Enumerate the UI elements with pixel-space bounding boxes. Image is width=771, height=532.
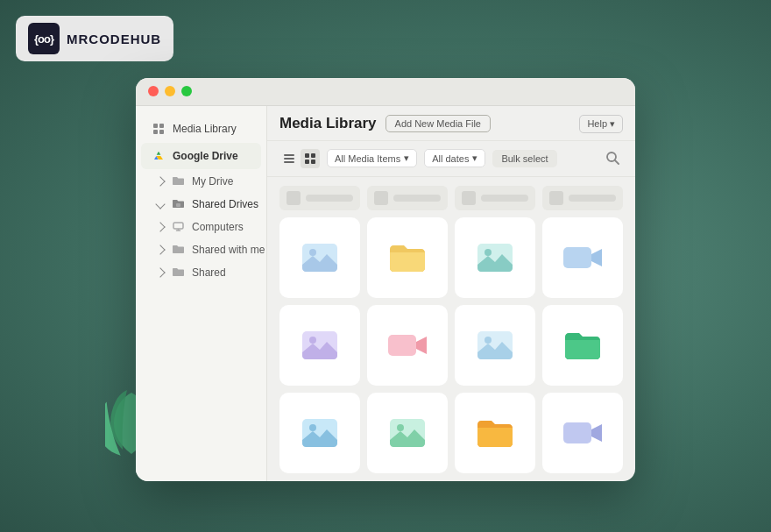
media-card-photo-lightblue[interactable]	[455, 305, 535, 386]
svg-point-26	[309, 424, 316, 431]
svg-rect-10	[311, 153, 315, 158]
media-card-photo-mint[interactable]	[367, 393, 448, 473]
chevron-icon	[155, 245, 165, 254]
bulk-select-button[interactable]: Bulk select	[492, 150, 556, 167]
media-card-photo-purple[interactable]	[279, 305, 360, 386]
minimize-dot[interactable]	[165, 86, 175, 96]
media-card-folder-orange[interactable]	[455, 393, 535, 473]
svg-line-14	[615, 160, 619, 164]
sidebar-item-label: Computers	[192, 221, 244, 233]
svg-rect-12	[311, 160, 315, 164]
svg-point-21	[309, 337, 316, 344]
media-card-photo-sky[interactable]	[279, 393, 360, 473]
main-window: Media Library Google Drive	[136, 78, 635, 481]
svg-point-16	[309, 249, 316, 256]
svg-point-18	[485, 249, 492, 256]
svg-rect-1	[159, 124, 164, 128]
sidebar-item-label: Shared	[192, 266, 226, 279]
logo-icon: {oo}	[28, 23, 60, 54]
placeholder-card	[367, 186, 448, 210]
placeholder-row	[279, 186, 623, 210]
media-card-photo-teal[interactable]	[455, 217, 535, 298]
svg-rect-0	[153, 124, 158, 128]
sub-items: My Drive Shared Drives Computers	[136, 170, 266, 284]
chevron-icon	[155, 267, 165, 277]
media-card-folder-green[interactable]	[542, 305, 623, 386]
svg-point-28	[397, 424, 404, 431]
svg-rect-5	[173, 223, 183, 229]
media-card-video-pink[interactable]	[367, 305, 448, 386]
svg-rect-8	[284, 161, 294, 163]
sidebar-item-label: Google Drive	[173, 150, 238, 162]
sidebar-item-label: Media Library	[173, 123, 237, 135]
svg-rect-6	[284, 154, 294, 156]
chevron-icon	[155, 176, 165, 186]
sidebar-item-my-drive[interactable]: My Drive	[136, 170, 266, 193]
top-bar-left: Media Library Add New Media File	[279, 115, 491, 132]
title-bar	[136, 78, 635, 106]
svg-rect-11	[305, 160, 309, 164]
sidebar-item-shared-with-me[interactable]: Shared with me	[136, 238, 266, 261]
placeholder-card	[279, 186, 360, 210]
grid-view-button[interactable]	[301, 149, 320, 168]
media-card-video-periwinkle[interactable]	[542, 393, 623, 473]
chevron-icon	[155, 199, 165, 209]
svg-rect-22	[388, 335, 416, 356]
add-media-button[interactable]: Add New Media File	[386, 115, 491, 132]
svg-rect-9	[305, 153, 309, 158]
logo-text: MRCODEHUB	[67, 32, 161, 46]
sidebar-item-label: Shared with me	[192, 244, 265, 256]
chevron-icon	[155, 222, 165, 231]
svg-rect-4	[176, 203, 180, 207]
svg-rect-3	[159, 130, 164, 134]
sidebar-item-shared[interactable]: Shared	[136, 261, 266, 284]
svg-rect-2	[153, 130, 158, 134]
main-content: Media Library Add New Media File Help ▾	[267, 106, 635, 481]
sidebar-item-media-library[interactable]: Media Library	[141, 116, 261, 142]
sidebar-item-label: Shared Drives	[192, 198, 258, 210]
folder-icon	[171, 266, 185, 280]
help-button[interactable]: Help ▾	[579, 115, 623, 133]
sidebar: Media Library Google Drive	[136, 106, 267, 481]
media-card-photo-blue[interactable]	[279, 217, 360, 298]
sidebar-item-label: My Drive	[192, 175, 233, 188]
folder-user-icon	[171, 243, 185, 257]
logo-bar: {oo} MRCODEHUB	[16, 16, 173, 61]
window-body: Media Library Google Drive	[136, 106, 635, 481]
media-grid	[267, 177, 635, 481]
gdrive-icon	[152, 149, 166, 163]
sidebar-item-computers[interactable]: Computers	[136, 216, 266, 238]
placeholder-card	[455, 186, 535, 210]
list-view-button[interactable]	[279, 149, 299, 168]
svg-rect-7	[284, 158, 294, 160]
top-bar: Media Library Add New Media File Help ▾	[267, 106, 635, 141]
close-dot[interactable]	[148, 86, 159, 96]
view-toggle	[279, 149, 320, 168]
grid-icon	[152, 122, 166, 136]
filter-bar: All Media Items ▾ All dates ▾ Bulk selec…	[267, 141, 635, 177]
sidebar-item-google-drive[interactable]: Google Drive	[141, 143, 261, 169]
media-card-video-blue[interactable]	[542, 217, 623, 298]
search-button[interactable]	[602, 148, 623, 169]
svg-rect-19	[563, 247, 591, 268]
svg-point-24	[485, 337, 492, 344]
svg-rect-29	[563, 422, 591, 443]
all-dates-filter[interactable]: All dates ▾	[424, 149, 485, 167]
shared-folder-icon	[171, 197, 185, 211]
folder-icon	[171, 174, 185, 188]
media-card-folder-yellow[interactable]	[367, 217, 448, 298]
maximize-dot[interactable]	[181, 86, 192, 96]
placeholder-card	[542, 186, 623, 210]
page-title: Media Library	[279, 115, 377, 132]
items-grid	[279, 217, 623, 473]
all-media-filter[interactable]: All Media Items ▾	[327, 149, 417, 167]
monitor-icon	[171, 220, 185, 234]
sidebar-item-shared-drives[interactable]: Shared Drives	[136, 193, 266, 216]
